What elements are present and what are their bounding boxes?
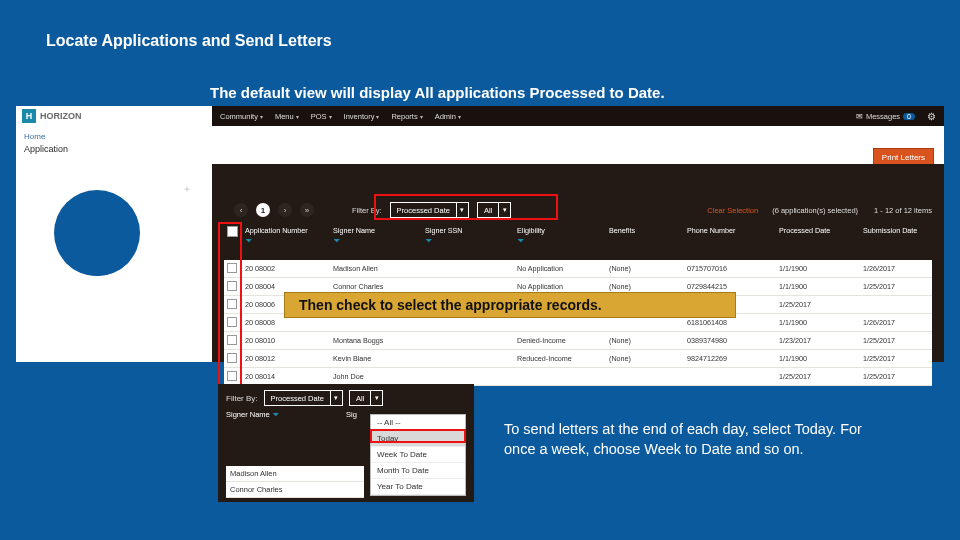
chevron-down-icon: ▾	[370, 391, 382, 405]
pager-last[interactable]: »	[300, 203, 314, 217]
filter-icon[interactable]: ⏷	[333, 236, 419, 245]
row-checkbox[interactable]	[227, 281, 237, 291]
list-item: Madison Allen	[226, 466, 364, 482]
app-screenshot-main: H HORIZON Community Menu POS Inventory R…	[16, 106, 944, 362]
row-checkbox[interactable]	[227, 317, 237, 327]
nav-admin[interactable]: Admin	[435, 112, 461, 121]
table-row[interactable]: 20 08010Montana BoggsDenied-Income(None)…	[224, 332, 932, 350]
cell-name: Madison Allen	[330, 264, 422, 273]
filter-row-small: Filter By: Processed Date ▾ All ▾	[218, 384, 474, 408]
cell-sub: 1/25/2017	[860, 354, 940, 363]
nav-menu[interactable]: Menu	[275, 112, 299, 121]
clear-selection-link[interactable]: Clear Selection	[707, 206, 758, 215]
row-checkbox[interactable]	[227, 371, 237, 381]
cell-name: Connor Charles	[330, 282, 422, 291]
cell-elig: Denied-Income	[514, 336, 606, 345]
dropdown-option-week[interactable]: Week To Date	[371, 447, 465, 463]
row-checkbox[interactable]	[227, 263, 237, 273]
person-card: ＋ 20100308004 Ivy Hewlett SSN: Eligibili…	[24, 186, 194, 346]
select-all-checkbox[interactable]	[227, 226, 238, 237]
dropdown-option-month[interactable]: Month To Date	[371, 463, 465, 479]
person-eligibility-label: Eligibility	[24, 318, 194, 327]
col-signer-ssn[interactable]: Signer SSN⏷	[422, 224, 514, 247]
applications-panel: ‹ 1 › » Filter By: Processed Date ▾ All …	[212, 164, 944, 362]
envelope-icon: ✉	[856, 112, 863, 121]
cell-phone: 6181061408	[684, 318, 776, 327]
cell-appnum: 20 08004	[242, 282, 330, 291]
item-range: 1 - 12 of 12 items	[874, 206, 932, 215]
dropdown-option-all[interactable]: -- All --	[371, 415, 465, 431]
table-body: 20 08002Madison AllenNo Application(None…	[224, 260, 932, 386]
pager-current[interactable]: 1	[256, 203, 270, 217]
brand-text: HORIZON	[40, 111, 82, 121]
filter-field-select[interactable]: Processed Date ▾	[264, 390, 343, 406]
breadcrumb[interactable]: Home	[24, 132, 45, 141]
col-submission[interactable]: Submission Date	[860, 224, 940, 237]
col-benefits[interactable]: Benefits	[606, 224, 684, 237]
cell-elig: No Application	[514, 282, 606, 291]
filter-value-select[interactable]: All ▾	[349, 390, 383, 406]
slide-title: Locate Applications and Send Letters	[46, 32, 332, 50]
top-nav: Community Menu POS Inventory Reports Adm…	[212, 106, 944, 126]
person-name: Ivy Hewlett	[24, 290, 194, 300]
gear-icon[interactable]: ⚙	[927, 111, 936, 122]
cell-ben: (None)	[606, 354, 684, 363]
filter-field-value: Processed Date	[391, 206, 456, 215]
filter-value-value: All	[478, 206, 498, 215]
row-checkbox[interactable]	[227, 353, 237, 363]
list-item: Connor Charles	[226, 482, 364, 498]
col-signer-name[interactable]: Signer Name⏷	[330, 224, 422, 247]
cell-sub: 1/25/2017	[860, 282, 940, 291]
callout-check-records: Then check to select the appropriate rec…	[284, 292, 736, 318]
nav-reports[interactable]: Reports	[391, 112, 422, 121]
filter-icon[interactable]: ⏷	[517, 236, 603, 245]
col-application-number[interactable]: Application Number⏷	[242, 224, 330, 247]
cell-ben: (None)	[606, 264, 684, 273]
cell-proc: 1/1/1900	[776, 318, 860, 327]
brand-mark-icon: H	[22, 109, 36, 123]
cell-proc: 1/1/1900	[776, 354, 860, 363]
table-row[interactable]: 20 08002Madison AllenNo Application(None…	[224, 260, 932, 278]
cell-name: Montana Boggs	[330, 336, 422, 345]
col-processed[interactable]: Processed Date	[776, 224, 860, 237]
cell-ben: (None)	[606, 336, 684, 345]
col-phone[interactable]: Phone Number	[684, 224, 776, 237]
cell-name: Kevin Blane	[330, 354, 422, 363]
cell-name: John Doe	[330, 372, 422, 381]
chevron-down-icon: ▾	[498, 203, 510, 217]
filter-value-select[interactable]: All ▾	[477, 202, 511, 218]
filter-icon[interactable]: ⏷	[245, 236, 327, 245]
cell-elig: No Application	[514, 264, 606, 273]
cell-phone: 9824712269	[684, 354, 776, 363]
dropdown-option-year[interactable]: Year To Date	[371, 479, 465, 495]
nav-inventory[interactable]: Inventory	[344, 112, 380, 121]
chevron-down-icon: ▾	[330, 391, 342, 405]
nav-community[interactable]: Community	[220, 112, 263, 121]
pager-next[interactable]: ›	[278, 203, 292, 217]
person-eligibility-value2: (None)	[24, 337, 194, 346]
filter-icon[interactable]: ⏷	[272, 410, 280, 419]
cell-proc: 1/1/1900	[776, 264, 860, 273]
pager-prev[interactable]: ‹	[234, 203, 248, 217]
row-checkbox[interactable]	[227, 299, 237, 309]
cell-proc: 1/25/2017	[776, 372, 860, 381]
mini-table-peek: Madison Allen Connor Charles	[226, 466, 364, 498]
cell-elig: Reduced-Income	[514, 354, 606, 363]
cell-sub: 1/26/2017	[860, 318, 940, 327]
date-range-dropdown[interactable]: -- All -- Today Week To Date Month To Da…	[370, 414, 466, 496]
instruction-text: To send letters at the end of each day, …	[504, 420, 884, 459]
filter-field-select[interactable]: Processed Date ▾	[390, 202, 469, 218]
expand-icon[interactable]: ＋	[182, 182, 192, 196]
selected-count: (6 application(s) selected)	[772, 206, 858, 215]
messages-button[interactable]: ✉ Messages 0	[856, 112, 915, 121]
row-checkbox[interactable]	[227, 335, 237, 345]
cell-sub: 1/26/2017	[860, 264, 940, 273]
chevron-down-icon: ▾	[456, 203, 468, 217]
col-eligibility[interactable]: Eligibility⏷	[514, 224, 606, 247]
table-row[interactable]: 20 08012Kevin BlaneReduced-Income(None)9…	[224, 350, 932, 368]
cell-appnum: 20 08002	[242, 264, 330, 273]
dropdown-option-today[interactable]: Today	[371, 431, 465, 447]
nav-pos[interactable]: POS	[311, 112, 332, 121]
filter-icon[interactable]: ⏷	[425, 236, 511, 245]
cell-appnum: 20 08010	[242, 336, 330, 345]
